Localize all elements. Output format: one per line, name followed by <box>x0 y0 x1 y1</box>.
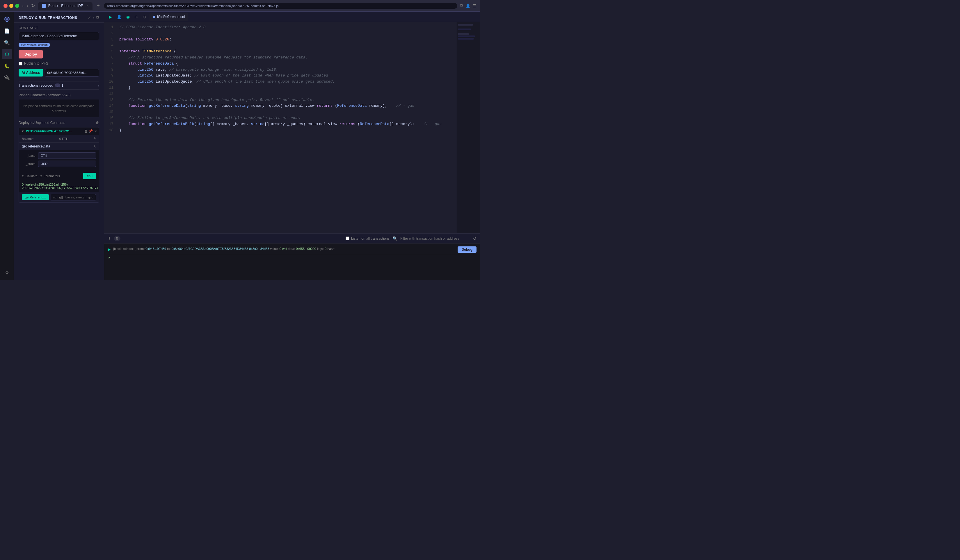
evm-badge: evm version: cancun <box>19 43 50 47</box>
browser-tab[interactable]: Remix - Ethereum IDE × <box>38 2 93 10</box>
browser-actions: ⧉ 👤 ☰ <box>460 3 477 8</box>
transactions-label: Transactions recorded 0 ℹ <box>19 83 63 88</box>
menu-icon[interactable]: ☰ <box>473 3 477 8</box>
publish-ipfs-row: Publish to IPFS <box>19 61 99 66</box>
contract-instance: ▼ ISTDREFERENCE AT 0X8CO... ⎘ 📌 × Balanc… <box>19 127 99 202</box>
refresh-icon[interactable]: ↺ <box>473 236 477 241</box>
activity-search[interactable]: 🔍 <box>2 37 12 48</box>
code-editor: 1 2 3 4 5 6 7 8 9 10 11 12 13 14 15 16 1 <box>104 22 480 233</box>
minimize-window-button[interactable] <box>9 4 13 8</box>
header-actions: ✓ › ⧉ <box>88 15 99 20</box>
debug-button[interactable]: Debug <box>458 246 477 253</box>
activity-files[interactable]: 📄 <box>2 26 12 36</box>
tx-to-addr: 0x8c064bCf7C0DA3B3b090BAbFE8f3323534D84d… <box>172 247 248 250</box>
function-params: _base: _quote: <box>19 150 99 171</box>
pinned-empty-message: No pinned contracts found for selected w… <box>19 99 99 117</box>
instance-collapse-icon[interactable]: ▼ <box>21 130 24 133</box>
profile-icon[interactable]: 👤 <box>466 3 470 8</box>
info-icon[interactable]: ℹ <box>62 83 63 88</box>
fn2-input[interactable] <box>51 194 96 200</box>
function-collapse-icon[interactable]: ∧ <box>93 144 96 148</box>
file-tab[interactable]: IStdReference.sol <box>150 13 188 21</box>
at-address-input[interactable] <box>45 69 99 77</box>
tx-from-label: from: <box>137 247 146 250</box>
balance-row: Balance: 0 ETH ✎ <box>19 135 99 142</box>
tx-log-inner: [block: txIndex:-] from: 0x948...9FcB9 t… <box>113 246 477 253</box>
copy-address-icon[interactable]: ⎘ <box>85 129 87 133</box>
function-actions: ⊙ Calldata ⊙ Parameters call <box>19 171 99 181</box>
filter-input[interactable] <box>400 237 470 241</box>
zoom-in-btn[interactable]: ⊕ <box>133 13 139 20</box>
tx-from-addr: 0x948...9FcB9 <box>146 247 166 250</box>
close-tab-button[interactable]: × <box>87 4 88 8</box>
run-button[interactable]: ▶ <box>108 13 113 20</box>
at-address-button[interactable]: At Address <box>19 69 43 77</box>
deploy-panel: DEPLOY & RUN TRANSACTIONS ✓ › ⧉ CONTRACT… <box>14 12 104 280</box>
tx-data: 0x655...00000 <box>296 247 316 250</box>
header-expand-icon[interactable]: › <box>93 15 94 20</box>
reload-button[interactable]: ↻ <box>31 3 35 8</box>
editor-area: ▶ 👤 ◉ ⊕ ⊖ IStdReference.sol 1 2 3 4 5 <box>104 12 480 280</box>
quote-param-row: _quote: <box>22 161 96 167</box>
tx-data-label: data: <box>288 247 296 250</box>
activity-settings[interactable]: ⚙ <box>2 267 12 278</box>
bottom-panel: ⇓ 0 Listen on all transactions 🔍 ↺ ▶ <box>104 233 480 280</box>
fn2-expand-icon[interactable]: ⌄ <box>98 195 99 200</box>
header-float-icon[interactable]: ⧉ <box>96 15 99 20</box>
close-window-button[interactable] <box>3 4 8 8</box>
transactions-expand[interactable]: › <box>98 83 99 88</box>
listen-checkbox[interactable] <box>346 237 349 240</box>
tx-value-label: value: <box>270 247 279 250</box>
function-result: 0: tuple(uint256,uint256,uint256): 23616… <box>19 181 99 192</box>
panel-title: DEPLOY & RUN TRANSACTIONS <box>19 16 77 20</box>
tx-to-label: to: <box>167 247 171 250</box>
code-content[interactable]: // SPDX-License-Identifier: Apache-2.0 p… <box>116 22 457 233</box>
header-check-icon[interactable]: ✓ <box>88 15 91 20</box>
new-tab-button[interactable]: + <box>95 3 101 9</box>
bottom-expand-icon[interactable]: ⇓ <box>108 236 111 241</box>
activity-deploy[interactable]: ⬡ <box>2 49 12 59</box>
publish-ipfs-checkbox[interactable] <box>19 62 22 66</box>
activity-bar: R 📄 🔍 ⬡ 🐛 🔌 ⚙ <box>0 12 14 280</box>
tab-title: Remix - Ethereum IDE <box>48 4 83 8</box>
back-button[interactable]: ‹ <box>22 3 24 8</box>
activity-home[interactable]: R <box>2 14 12 24</box>
zoom-out-btn[interactable]: ⊖ <box>141 13 147 20</box>
activity-debug[interactable]: 🐛 <box>2 61 12 71</box>
listen-label: Listen on all transactions <box>351 237 390 241</box>
search-icon[interactable]: 🔍 <box>392 236 397 241</box>
base-param-input[interactable] <box>38 152 96 159</box>
extensions-icon[interactable]: ⧉ <box>460 3 463 8</box>
contract-instance-header: ▼ ISTDREFERENCE AT 0X8CO... ⎘ 📌 × <box>19 127 99 135</box>
quote-param-input[interactable] <box>38 161 96 167</box>
tx-arrow-icon: ▶ <box>108 247 111 252</box>
edit-balance-icon[interactable]: ✎ <box>93 137 96 141</box>
call-button[interactable]: call <box>83 173 96 179</box>
forward-button[interactable]: › <box>26 3 28 8</box>
remove-instance-icon[interactable]: × <box>94 129 97 133</box>
fn2-button[interactable]: getReferenc... <box>22 194 49 200</box>
line-numbers: 1 2 3 4 5 6 7 8 9 10 11 12 13 14 15 16 1 <box>104 22 116 233</box>
editor-wrapper: ← 1 ← 2 ← 3 ← 4 ▶ 👤 ◉ ⊕ ⊖ IStdR <box>104 12 480 280</box>
transactions-badge: 0 <box>55 83 60 87</box>
parameters-tab[interactable]: ⊙ Parameters <box>40 174 60 178</box>
pin-icon[interactable]: 📌 <box>88 129 93 133</box>
at-address-section: At Address <box>19 69 99 77</box>
calldata-icon: ⊙ <box>22 174 24 178</box>
contract-selector[interactable]: IStdReference - Band/IStdReferenc... <box>19 32 99 40</box>
deploy-button[interactable]: Deploy <box>19 50 43 58</box>
pinned-header: Pinned Contracts (network: 5678) <box>19 93 99 97</box>
editor-profile-icon[interactable]: 👤 <box>115 13 123 20</box>
maximize-window-button[interactable] <box>15 4 19 8</box>
address-bar[interactable]: remix.ethereum.org/#lang=en&optimize=fal… <box>104 3 457 9</box>
transactions-row[interactable]: Transactions recorded 0 ℹ › <box>19 81 99 90</box>
activity-plugins[interactable]: 🔌 <box>2 72 12 83</box>
tx-count-badge: 0 <box>114 236 120 241</box>
traffic-lights <box>3 4 19 8</box>
instance-name: ISTDREFERENCE AT 0X8CO... <box>26 130 72 133</box>
sidebar-content: CONTRACT IStdReference - Band/IStdRefere… <box>14 23 104 280</box>
trash-icon[interactable]: 🗑 <box>96 121 99 125</box>
editor-coin-icon[interactable]: ◉ <box>125 13 131 20</box>
function-header[interactable]: getReferenceData ∧ <box>19 142 99 150</box>
calldata-tab[interactable]: ⊙ Calldata <box>22 174 37 178</box>
